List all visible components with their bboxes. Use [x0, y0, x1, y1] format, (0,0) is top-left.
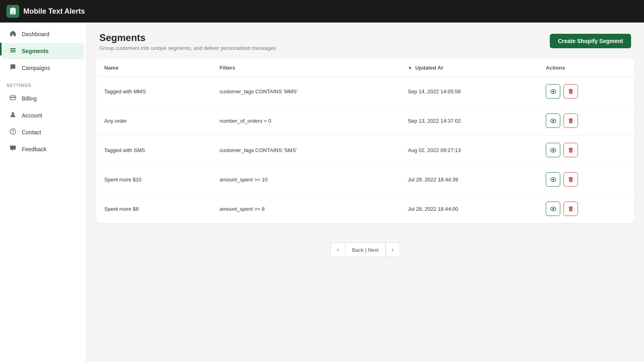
- cell-updated-at: Jul 28, 2022 18:44:00: [400, 194, 538, 224]
- sidebar-item-wrapper-segments: Segments: [0, 43, 86, 60]
- cell-updated-at: Aug 02, 2022 09:27:13: [400, 136, 538, 165]
- table-body: Tagged with MMScustomer_tags CONTAINS 'M…: [96, 77, 634, 224]
- pagination-next-button[interactable]: ›: [386, 243, 400, 257]
- eye-icon: [550, 177, 556, 183]
- sidebar-label-dashboard: Dashboard: [22, 31, 50, 37]
- segments-table: Name Filters ▼ Updated At Actions: [96, 59, 634, 223]
- cell-name: Tagged with MMS: [96, 77, 211, 106]
- sidebar-item-feedback[interactable]: Feedback: [2, 141, 84, 157]
- cell-actions: [538, 194, 634, 224]
- svg-point-24: [552, 179, 554, 181]
- sidebar-item-segments[interactable]: Segments: [2, 43, 84, 59]
- actions-container: [546, 84, 626, 99]
- actions-container: [546, 202, 626, 216]
- page-title-group: Segments Group customers into unique seg…: [99, 32, 277, 51]
- svg-rect-14: [568, 90, 573, 90]
- sidebar: Dashboard Segments: [0, 23, 87, 362]
- cell-actions: [538, 136, 634, 165]
- col-header-actions: Actions: [538, 59, 634, 77]
- table-row: Spent more $10amount_spent >= 10Jul 28, …: [96, 165, 634, 194]
- table-row: Spent more $8amount_spent >= 8Jul 28, 20…: [96, 194, 634, 224]
- sidebar-item-campaigns[interactable]: Campaigns: [2, 60, 84, 76]
- cell-name: Spent more $10: [96, 165, 211, 194]
- svg-rect-21: [570, 148, 572, 148]
- delete-button[interactable]: [564, 84, 578, 99]
- page-subtitle: Group customers into unique segments, an…: [99, 45, 277, 51]
- svg-point-20: [552, 149, 554, 151]
- svg-point-16: [552, 120, 554, 122]
- active-indicator: [0, 43, 2, 56]
- pagination-container: ‹ Back | Next ›: [330, 243, 400, 257]
- sidebar-label-account: Account: [22, 112, 42, 119]
- view-button[interactable]: [546, 113, 560, 128]
- cell-filters: amount_spent >= 8: [211, 194, 400, 224]
- svg-rect-7: [10, 97, 16, 98]
- trash-icon: [568, 118, 574, 123]
- svg-rect-4: [10, 50, 16, 51]
- settings-label: SETTINGS: [0, 76, 86, 90]
- delete-button[interactable]: [564, 202, 578, 216]
- svg-rect-3: [10, 48, 16, 49]
- cell-filters: customer_tags CONTAINS 'SMS': [211, 136, 400, 165]
- campaigns-icon: [9, 64, 17, 72]
- actions-container: [546, 143, 626, 157]
- main-content: Segments Group customers into unique seg…: [87, 23, 644, 362]
- trash-icon: [568, 147, 574, 153]
- svg-rect-17: [570, 118, 572, 119]
- svg-text:?: ?: [12, 130, 14, 134]
- view-button[interactable]: [546, 143, 560, 157]
- pagination-prev-button[interactable]: ‹: [330, 243, 345, 257]
- sidebar-item-wrapper-dashboard: Dashboard: [0, 26, 86, 43]
- app-title: Mobile Text Alerts: [23, 7, 85, 16]
- view-button[interactable]: [546, 202, 560, 216]
- billing-icon: [9, 95, 17, 103]
- delete-button[interactable]: [564, 172, 578, 187]
- eye-icon: [550, 88, 556, 95]
- sidebar-item-dashboard[interactable]: Dashboard: [2, 26, 84, 42]
- page-header: Segments Group customers into unique seg…: [87, 23, 644, 59]
- svg-rect-25: [570, 177, 572, 178]
- account-icon: [9, 111, 17, 119]
- table-row: Tagged with SMScustomer_tags CONTAINS 'S…: [96, 136, 634, 165]
- sidebar-item-wrapper-account: Account: [0, 107, 86, 124]
- main-layout: Dashboard Segments: [0, 23, 644, 362]
- svg-rect-13: [570, 89, 572, 90]
- contact-icon: ?: [9, 128, 17, 136]
- trash-icon: [568, 177, 574, 182]
- chevron-left-icon: ‹: [337, 247, 339, 253]
- sidebar-item-contact[interactable]: ? Contact: [2, 124, 84, 140]
- view-button[interactable]: [546, 84, 560, 99]
- actions-container: [546, 113, 626, 128]
- view-button[interactable]: [546, 172, 560, 187]
- create-segment-button[interactable]: Create Shopify Segment: [550, 34, 631, 48]
- pagination: ‹ Back | Next ›: [87, 233, 644, 267]
- sidebar-label-billing: Billing: [22, 95, 37, 102]
- cell-updated-at: Jul 28, 2022 18:44:39: [400, 165, 538, 194]
- feedback-icon: [9, 145, 17, 153]
- delete-button[interactable]: [564, 113, 578, 128]
- cell-updated-at: Sep 14, 2022 14:05:58: [400, 77, 538, 106]
- col-header-name: Name: [96, 59, 211, 77]
- col-header-updated-at[interactable]: ▼ Updated At: [400, 59, 538, 77]
- page-title: Segments: [99, 32, 277, 43]
- cell-name: Tagged with SMS: [96, 136, 211, 165]
- top-bar: Mobile Text Alerts: [0, 0, 644, 23]
- cell-name: Spent more $8: [96, 194, 211, 224]
- sidebar-item-billing[interactable]: Billing: [2, 90, 84, 107]
- sidebar-item-account[interactable]: Account: [2, 107, 84, 123]
- actions-container: [546, 172, 626, 187]
- cell-filters: number_of_orders = 0: [211, 106, 400, 136]
- cell-actions: [538, 165, 634, 194]
- cell-filters: customer_tags CONTAINS 'MMS': [211, 77, 400, 106]
- sort-desc-icon: ▼: [408, 66, 412, 70]
- trash-icon: [568, 88, 574, 94]
- cell-updated-at: Sep 13, 2022 14:37:02: [400, 106, 538, 136]
- logo-icon: [6, 5, 19, 18]
- svg-rect-22: [568, 148, 573, 149]
- svg-rect-30: [568, 207, 573, 208]
- sidebar-item-wrapper-billing: Billing: [0, 90, 86, 107]
- sidebar-label-campaigns: Campaigns: [22, 65, 50, 71]
- table-row: Any ordernumber_of_orders = 0Sep 13, 202…: [96, 106, 634, 136]
- delete-button[interactable]: [564, 143, 578, 157]
- cell-name: Any order: [96, 106, 211, 136]
